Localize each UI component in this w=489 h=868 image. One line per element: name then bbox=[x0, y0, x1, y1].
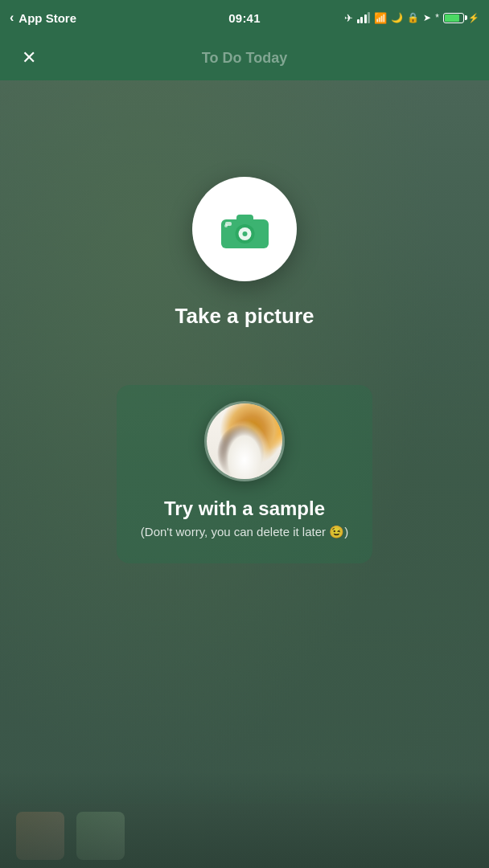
charging-icon: ⚡ bbox=[468, 13, 479, 23]
food-thumbnail bbox=[207, 403, 282, 479]
sample-image bbox=[204, 401, 285, 481]
status-left: ‹ App Store bbox=[10, 10, 76, 25]
sample-sublabel: (Don't worry, you can delete it later 😉) bbox=[141, 525, 348, 539]
camera-icon bbox=[219, 208, 271, 250]
svg-point-3 bbox=[242, 231, 247, 236]
take-picture-label: Take a picture bbox=[175, 304, 314, 329]
signal-bars-icon bbox=[357, 12, 371, 23]
main-content: Take a picture Try with a sample (Don't … bbox=[0, 80, 489, 868]
wifi-icon: 📶 bbox=[374, 12, 387, 24]
header-title: To Do Today bbox=[202, 50, 287, 67]
bluetooth-icon: * bbox=[435, 12, 439, 23]
status-bar: ‹ App Store 09:41 ✈ 📶 🌙 🔒 ➤ * ⚡ bbox=[0, 0, 489, 35]
close-button[interactable]: ✕ bbox=[14, 43, 43, 72]
carrier-label: App Store bbox=[18, 11, 76, 25]
status-right: ✈ 📶 🌙 🔒 ➤ * ⚡ bbox=[344, 12, 479, 24]
moon-icon: 🌙 bbox=[391, 12, 403, 23]
battery-icon bbox=[443, 13, 464, 23]
back-arrow-icon: ‹ bbox=[10, 10, 14, 25]
airplane-icon: ✈ bbox=[344, 12, 353, 24]
status-time: 09:41 bbox=[228, 11, 260, 25]
bottom-fade bbox=[0, 772, 489, 868]
camera-button[interactable] bbox=[192, 177, 297, 281]
header-bar: ✕ To Do Today bbox=[0, 35, 489, 80]
sample-label: Try with a sample bbox=[164, 497, 325, 520]
close-icon: ✕ bbox=[22, 49, 36, 67]
svg-point-6 bbox=[224, 224, 228, 227]
camera-section[interactable]: Take a picture bbox=[175, 177, 314, 329]
battery-fill bbox=[445, 14, 459, 22]
sample-section[interactable]: Try with a sample (Don't worry, you can … bbox=[117, 385, 372, 563]
location-icon: ➤ bbox=[423, 12, 431, 23]
lock-icon: 🔒 bbox=[407, 12, 419, 23]
svg-rect-4 bbox=[236, 215, 253, 223]
